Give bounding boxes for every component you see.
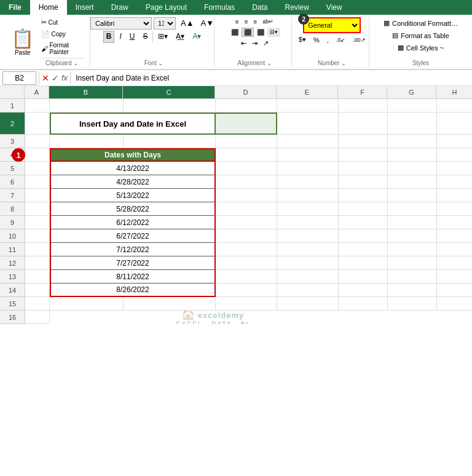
cell-e5[interactable] xyxy=(277,162,339,175)
accounting-button[interactable]: $▾ xyxy=(296,34,309,45)
cell-a1[interactable] xyxy=(25,99,50,113)
cell-h11[interactable] xyxy=(437,243,472,256)
cell-d13[interactable] xyxy=(216,270,277,284)
tab-insert[interactable]: Insert xyxy=(67,0,103,15)
cell-a10[interactable] xyxy=(25,229,50,243)
cell-f12[interactable] xyxy=(339,256,388,270)
cell-a12[interactable] xyxy=(25,256,50,270)
cell-h3[interactable] xyxy=(437,135,472,148)
row-header-5[interactable]: 5 xyxy=(0,162,25,175)
cell-h2[interactable] xyxy=(437,113,472,135)
cut-button[interactable]: ✂ Cut xyxy=(39,17,84,28)
cell-e1[interactable] xyxy=(277,99,339,113)
cell-e4[interactable] xyxy=(277,148,339,162)
cell-e3[interactable] xyxy=(277,135,339,148)
cell-a5[interactable] xyxy=(25,162,50,175)
cell-d4[interactable] xyxy=(216,148,277,162)
cell-b1[interactable] xyxy=(50,99,124,113)
cell-h12[interactable] xyxy=(437,256,472,270)
decrease-decimal-button[interactable]: .0↙ xyxy=(333,36,349,44)
cell-a2[interactable] xyxy=(25,113,50,135)
cell-g4[interactable] xyxy=(388,148,437,162)
align-center-button[interactable]: ⬛ xyxy=(242,28,254,37)
tab-review[interactable]: Review xyxy=(276,0,317,15)
row-header-11[interactable]: 11 xyxy=(0,243,25,256)
comma-button[interactable]: , xyxy=(324,35,332,45)
cell-b7-date[interactable]: 5/13/2022 xyxy=(50,189,216,202)
cell-e15[interactable] xyxy=(277,297,339,311)
cell-h6[interactable] xyxy=(437,175,472,189)
cell-g7[interactable] xyxy=(388,189,437,202)
row-header-16[interactable]: 16 xyxy=(0,311,25,324)
cell-e8[interactable] xyxy=(277,202,339,216)
cell-g5[interactable] xyxy=(388,162,437,175)
cell-a9[interactable] xyxy=(25,216,50,229)
cell-a15[interactable] xyxy=(25,297,50,311)
cell-d11[interactable] xyxy=(216,243,277,256)
cell-f4[interactable] xyxy=(339,148,388,162)
row-header-9[interactable]: 9 xyxy=(0,216,25,229)
cell-f15[interactable] xyxy=(339,297,388,311)
cell-f7[interactable] xyxy=(339,189,388,202)
cell-styles-button[interactable]: ▩ Cell Styles ~ xyxy=(395,42,447,54)
cell-d7[interactable] xyxy=(216,189,277,202)
cell-h8[interactable] xyxy=(437,202,472,216)
cell-e7[interactable] xyxy=(277,189,339,202)
cell-c1[interactable] xyxy=(124,99,216,113)
grow-font-button[interactable]: A▲ xyxy=(178,17,197,30)
shrink-font-button[interactable]: A▼ xyxy=(198,17,218,30)
cell-h1[interactable] xyxy=(437,99,472,113)
cell-a6[interactable] xyxy=(25,175,50,189)
cell-a4[interactable] xyxy=(25,148,50,162)
cell-e10[interactable] xyxy=(277,229,339,243)
row-header-10[interactable]: 10 xyxy=(0,229,25,243)
cell-f13[interactable] xyxy=(339,270,388,284)
cell-g13[interactable] xyxy=(388,270,437,284)
tab-home[interactable]: Home xyxy=(30,0,67,15)
cell-g14[interactable] xyxy=(388,284,437,297)
cell-a8[interactable] xyxy=(25,202,50,216)
tab-draw[interactable]: Draw xyxy=(103,0,137,15)
cell-g15[interactable] xyxy=(388,297,437,311)
tab-formulas[interactable]: Formulas xyxy=(195,0,243,15)
cell-a11[interactable] xyxy=(25,243,50,256)
cell-h5[interactable] xyxy=(437,162,472,175)
cell-h14[interactable] xyxy=(437,284,472,297)
cell-g2[interactable] xyxy=(388,113,437,135)
cell-f14[interactable] xyxy=(339,284,388,297)
strikethrough-button[interactable]: S xyxy=(140,31,151,43)
cell-f3[interactable] xyxy=(339,135,388,148)
align-top-right-button[interactable]: ≡ xyxy=(251,17,260,26)
cell-b14-date[interactable]: 8/26/2022 xyxy=(50,284,216,297)
confirm-formula-button[interactable]: ✓ xyxy=(52,73,59,83)
font-name-select[interactable]: Calibri xyxy=(90,17,152,30)
orientation-button[interactable]: ↗ xyxy=(261,38,271,49)
cell-b8-date[interactable]: 5/28/2022 xyxy=(50,202,216,216)
cell-e11[interactable] xyxy=(277,243,339,256)
cell-d9[interactable] xyxy=(216,216,277,229)
cell-f9[interactable] xyxy=(339,216,388,229)
cell-b9-date[interactable]: 6/12/2022 xyxy=(50,216,216,229)
merge-center-button[interactable]: ⊟▾ xyxy=(267,28,280,37)
cell-d1[interactable] xyxy=(216,99,277,113)
cell-a14[interactable] xyxy=(25,284,50,297)
cell-h9[interactable] xyxy=(437,216,472,229)
cell-d10[interactable] xyxy=(216,229,277,243)
cell-b13-date[interactable]: 8/11/2022 xyxy=(50,270,216,284)
wrap-text-button[interactable]: ab↵ xyxy=(260,17,276,26)
cell-b15[interactable] xyxy=(50,297,124,311)
cell-g9[interactable] xyxy=(388,216,437,229)
col-header-a[interactable]: A xyxy=(25,86,49,98)
col-header-b[interactable]: B xyxy=(49,86,123,98)
cell-b5-date[interactable]: 4/13/2022 xyxy=(50,162,216,175)
cell-b2[interactable]: Insert Day and Date in Excel xyxy=(50,113,216,135)
row-header-2[interactable]: 2 xyxy=(0,113,25,135)
cell-e13[interactable] xyxy=(277,270,339,284)
row-header-15[interactable]: 15 xyxy=(0,297,25,311)
cell-f2[interactable] xyxy=(339,113,388,135)
cell-a3[interactable] xyxy=(25,135,50,148)
cell-g10[interactable] xyxy=(388,229,437,243)
number-format-select[interactable]: General xyxy=(304,18,360,32)
cell-g1[interactable] xyxy=(388,99,437,113)
cell-d14[interactable] xyxy=(216,284,277,297)
